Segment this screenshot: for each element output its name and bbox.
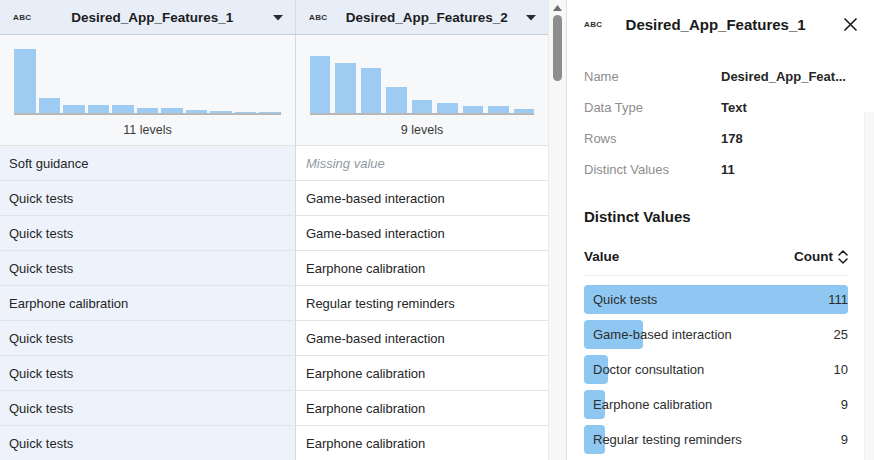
distinct-values-table-header: Value Count	[584, 249, 848, 276]
metadata-row: Distinct Values 11	[584, 154, 848, 185]
cell-features-2[interactable]: Earphone calibration	[296, 356, 548, 390]
cell-features-2[interactable]: Game-based interaction	[296, 321, 548, 355]
chevron-down-icon[interactable]	[273, 14, 283, 21]
cell-text: Quick tests	[9, 261, 73, 276]
column-title: Desired_App_Features_1	[32, 10, 273, 25]
histogram-features-2[interactable]: 9 levels	[296, 35, 548, 145]
table-row: Soft guidance Missing value	[0, 146, 548, 181]
cell-text: Quick tests	[9, 436, 73, 451]
distinct-values-list: Quick tests 111 Game-based interaction 2…	[584, 282, 848, 457]
cell-text: Earphone calibration	[306, 436, 425, 451]
histogram-bar	[210, 111, 232, 113]
panel-title: Desired_App_Features_1	[626, 16, 841, 33]
cell-features-1[interactable]: Earphone calibration	[0, 286, 296, 320]
distinct-value-count: 9	[841, 432, 848, 447]
cell-features-1[interactable]: Soft guidance	[0, 146, 296, 180]
text-type-icon: ABC	[309, 13, 328, 22]
cell-text: Quick tests	[9, 226, 73, 241]
cell-text: Regular testing reminders	[306, 296, 455, 311]
histogram-bar	[161, 108, 183, 113]
histogram-bar	[39, 98, 61, 113]
distinct-value-row[interactable]: Quick tests 111	[584, 282, 848, 317]
cell-text: Game-based interaction	[306, 331, 445, 346]
data-explorer-window: ABC Desired_App_Features_1 ABC Desired_A…	[0, 0, 874, 460]
cell-features-1[interactable]: Quick tests	[0, 216, 296, 250]
distinct-value-count: 10	[834, 362, 848, 377]
distinct-value-row[interactable]: Regular testing reminders 9	[584, 422, 848, 457]
column-header-features-2[interactable]: ABC Desired_App_Features_2	[296, 0, 548, 34]
metadata-label: Rows	[584, 131, 721, 146]
histogram-bar	[14, 49, 36, 113]
distinct-value-label: Earphone calibration	[593, 397, 712, 412]
panel-scrollbar-track[interactable]	[864, 112, 874, 460]
distinct-value-count: 9	[841, 397, 848, 412]
cell-features-2[interactable]: Game-based interaction	[296, 216, 548, 250]
histogram-row: 11 levels 9 levels	[0, 35, 548, 146]
cell-text: Soft guidance	[9, 156, 89, 171]
cell-features-1[interactable]: Quick tests	[0, 356, 296, 390]
histogram-bar	[488, 106, 508, 113]
cell-features-1[interactable]: Quick tests	[0, 251, 296, 285]
value-column-header: Value	[584, 249, 619, 264]
cell-features-1[interactable]: Quick tests	[0, 181, 296, 215]
column-title: Desired_App_Features_2	[328, 10, 526, 25]
chevron-down-icon[interactable]	[526, 14, 536, 21]
histogram-bar	[335, 63, 355, 113]
cell-text: Missing value	[306, 156, 385, 171]
table-row: Quick tests Game-based interaction	[0, 181, 548, 216]
cell-features-2[interactable]: Earphone calibration	[296, 391, 548, 425]
table-rows: Soft guidance Missing value Quick tests …	[0, 146, 548, 460]
cell-features-1[interactable]: Quick tests	[0, 321, 296, 355]
panel-header: ABC Desired_App_Features_1	[584, 15, 860, 34]
table-row: Quick tests Earphone calibration	[0, 356, 548, 391]
histogram-bar	[386, 87, 406, 113]
histogram-bar	[437, 103, 457, 113]
column-metadata: Name Desired_App_Feat... Data Type Text …	[584, 61, 848, 185]
cell-features-1[interactable]: Quick tests	[0, 391, 296, 425]
column-header-features-1[interactable]: ABC Desired_App_Features_1	[0, 0, 296, 34]
column-headers: ABC Desired_App_Features_1 ABC Desired_A…	[0, 0, 548, 35]
distinct-values-heading: Distinct Values	[584, 208, 857, 225]
metadata-label: Distinct Values	[584, 162, 721, 177]
table-row: Quick tests Earphone calibration	[0, 391, 548, 426]
distinct-value-row[interactable]: Doctor consultation 10	[584, 352, 848, 387]
cell-text: Earphone calibration	[9, 296, 128, 311]
cell-text: Earphone calibration	[306, 261, 425, 276]
scrollbar-thumb[interactable]	[553, 15, 562, 81]
histogram-bar	[88, 105, 110, 113]
histogram-bar	[514, 109, 534, 113]
histogram-bar	[463, 106, 483, 113]
vertical-scrollbar[interactable]	[548, 0, 566, 460]
distinct-value-count: 25	[834, 327, 848, 342]
table-row: Quick tests Earphone calibration	[0, 426, 548, 460]
cell-features-1[interactable]: Quick tests	[0, 426, 296, 460]
histogram-features-1[interactable]: 11 levels	[0, 35, 296, 145]
close-icon[interactable]	[841, 15, 860, 34]
distinct-value-label: Regular testing reminders	[593, 432, 742, 447]
histogram-bar	[186, 110, 208, 113]
cell-features-2[interactable]: Earphone calibration	[296, 251, 548, 285]
count-column-header[interactable]: Count	[794, 249, 848, 264]
cell-features-2[interactable]: Earphone calibration	[296, 426, 548, 460]
cell-features-2[interactable]: Missing value	[296, 146, 548, 180]
histogram-bars	[14, 49, 281, 115]
metadata-value: Desired_App_Feat...	[721, 69, 846, 84]
metadata-row: Name Desired_App_Feat...	[584, 61, 848, 92]
levels-label: 11 levels	[0, 115, 295, 137]
metadata-value: 178	[721, 131, 743, 146]
table-row: Quick tests Earphone calibration	[0, 251, 548, 286]
distinct-value-count: 111	[828, 292, 848, 307]
cell-text: Game-based interaction	[306, 191, 445, 206]
cell-text: Quick tests	[9, 191, 73, 206]
table-row: Earphone calibration Regular testing rem…	[0, 286, 548, 321]
cell-text: Quick tests	[9, 401, 73, 416]
distinct-value-row[interactable]: Earphone calibration 9	[584, 387, 848, 422]
cell-features-2[interactable]: Regular testing reminders	[296, 286, 548, 320]
data-table: ABC Desired_App_Features_1 ABC Desired_A…	[0, 0, 548, 460]
histogram-bars	[310, 49, 534, 115]
count-header-label: Count	[794, 249, 833, 264]
text-type-icon: ABC	[13, 13, 32, 22]
scroll-up-arrow-icon[interactable]	[549, 0, 566, 15]
cell-features-2[interactable]: Game-based interaction	[296, 181, 548, 215]
distinct-value-row[interactable]: Game-based interaction 25	[584, 317, 848, 352]
